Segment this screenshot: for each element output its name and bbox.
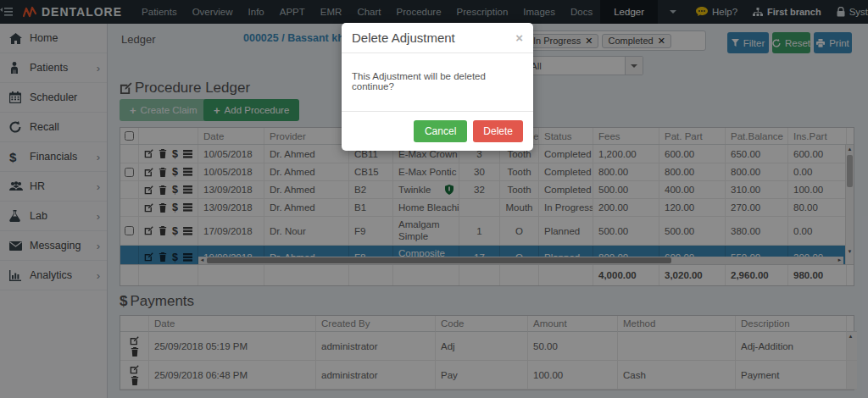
modal-title: Delete Adjustment — [352, 30, 515, 45]
modal-footer: Cancel Delete — [342, 111, 533, 151]
delete-button[interactable]: Delete — [473, 120, 523, 142]
delete-adjustment-modal: Delete Adjustment × This Adjustment will… — [342, 23, 533, 151]
cancel-button[interactable]: Cancel — [414, 120, 467, 142]
modal-header: Delete Adjustment × — [342, 23, 533, 53]
close-icon[interactable]: × — [515, 30, 523, 45]
app-screen: DENTALORE Patients Overview Info APPT EM… — [0, 0, 868, 398]
modal-body-text: This Adjustment will be deleted continue… — [342, 53, 533, 111]
